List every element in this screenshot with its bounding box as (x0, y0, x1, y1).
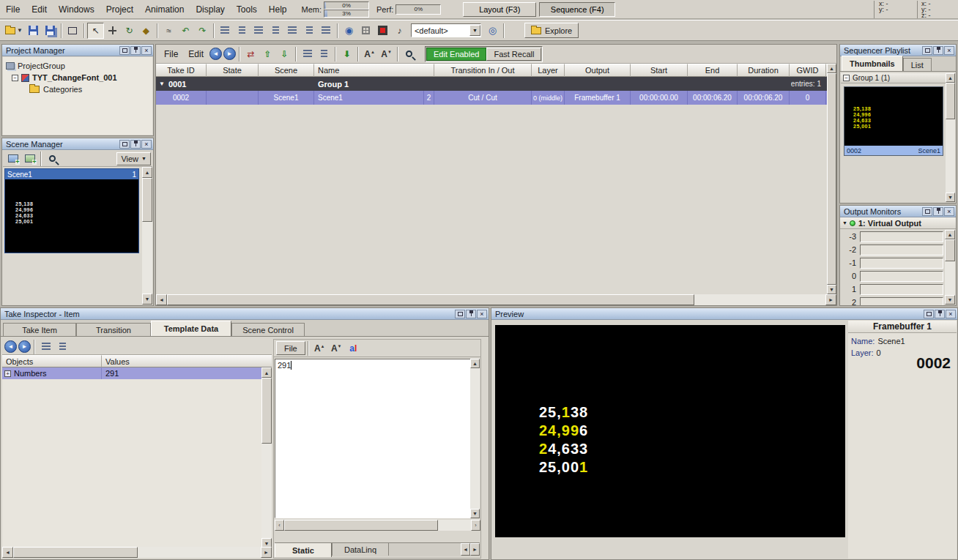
group-collapse-icon[interactable]: ▼ (159, 81, 165, 87)
scroll-left-button[interactable]: ◄ (2, 547, 13, 558)
default-combo[interactable]: <default> ▼ (411, 23, 481, 37)
save-all-button[interactable] (42, 23, 59, 39)
column-header-layer[interactable]: Layer (532, 64, 565, 77)
swap-takes-button[interactable]: ⇄ (242, 46, 259, 62)
search-take-button[interactable] (401, 46, 417, 62)
add-scene-button[interactable] (4, 152, 21, 166)
layout-window-button[interactable] (64, 23, 81, 39)
pin-button[interactable] (130, 140, 141, 149)
pin-button[interactable] (933, 207, 943, 216)
close-button[interactable]: × (944, 46, 954, 55)
scroll-down-button[interactable]: ▼ (945, 295, 955, 305)
float-button[interactable] (455, 310, 465, 318)
next-take-button[interactable]: ► (223, 48, 236, 60)
column-header-scene[interactable]: Scene (259, 64, 314, 77)
float-button[interactable] (922, 207, 932, 216)
tab-scene-control[interactable]: Scene Control (231, 323, 305, 336)
library-button[interactable]: ◎ (484, 23, 501, 39)
column-header-output[interactable]: Output (565, 64, 631, 77)
playlist-scrollbar[interactable]: ▲ ▼ (946, 73, 955, 202)
monitor-slot[interactable] (860, 297, 943, 307)
virtual-output-header[interactable]: ▼ 1: Virtual Output (840, 217, 956, 229)
scene-list-scrollbar[interactable]: ▲ ▼ (142, 167, 152, 305)
combo-dropdown-button[interactable]: ▼ (469, 25, 480, 36)
column-header-transition[interactable]: Transition In / Out (434, 64, 532, 77)
undo-button[interactable]: ↶ (177, 23, 194, 39)
pin-button[interactable] (130, 46, 141, 55)
menu-project[interactable]: Project (100, 4, 139, 15)
tab-template-data[interactable]: Template Data (151, 321, 231, 336)
scroll-up-button[interactable]: ▲ (946, 73, 955, 83)
tree-item-project[interactable]: − TYT_ChangeFont_001 (12, 72, 151, 83)
sequencer-vertical-scrollbar[interactable]: ▲ ▼ (827, 64, 836, 294)
take-to-output-button[interactable]: ⬇ (338, 46, 355, 62)
close-button[interactable]: × (946, 310, 956, 318)
tab-thumbnails[interactable]: Thumbnails (842, 56, 903, 71)
tabs-scroll-right-button[interactable]: ► (470, 543, 480, 556)
scroll-left-button[interactable]: ‹ (275, 520, 284, 531)
close-button[interactable]: × (477, 310, 487, 318)
object-row-numbers[interactable]: + Numbers 291 (2, 367, 272, 379)
expand-box-icon[interactable]: + (4, 370, 11, 377)
redo-button[interactable]: ↷ (194, 23, 211, 39)
column-header-end[interactable]: End (688, 64, 738, 77)
align-tool-button-6[interactable] (301, 23, 318, 39)
menu-display[interactable]: Display (190, 4, 230, 15)
sequencer-menu-edit[interactable]: Edit (183, 49, 209, 59)
scene-director-button[interactable]: ◉ (341, 23, 357, 39)
objects-column-header[interactable]: Objects (2, 355, 102, 367)
editor-vertical-scrollbar[interactable]: ▲ ▼ (470, 359, 480, 518)
preview-screen[interactable]: 25,138 24,996 24,633 25,001 (495, 325, 845, 537)
playlist-thumb-tile[interactable]: 25,138 24,996 24,633 25,001 0002 Scene1 (844, 86, 943, 156)
objects-vertical-scrollbar[interactable]: ▲ ▼ (261, 367, 272, 548)
tab-list[interactable]: List (903, 58, 932, 71)
monitor-slot[interactable] (860, 284, 943, 295)
align-tool-button-2[interactable] (234, 23, 250, 39)
scroll-up-button[interactable]: ▲ (142, 167, 152, 178)
scroll-right-button[interactable]: ► (825, 294, 836, 305)
pin-button[interactable] (935, 310, 945, 318)
scroll-right-button[interactable]: › (471, 520, 480, 531)
scroll-up-button[interactable]: ▲ (827, 64, 836, 73)
collapse-icon[interactable]: ▼ (842, 220, 847, 225)
menu-animation[interactable]: Animation (139, 4, 190, 15)
template-text-editor[interactable]: 291 (275, 359, 471, 518)
tree-item-projectgroup[interactable]: ProjectGroup (4, 60, 151, 72)
sequencer-group-row[interactable]: ▼0001 Group 1 entries: 1 (156, 77, 827, 91)
float-button[interactable] (119, 46, 130, 55)
monitor-row[interactable]: -3 (841, 230, 945, 243)
sequence-mode-button[interactable]: Sequence (F4) (539, 2, 615, 17)
move-take-up-button[interactable]: ⇧ (259, 46, 276, 62)
previous-object-button[interactable]: ◄ (4, 340, 17, 353)
scroll-up-button[interactable]: ▲ (470, 359, 480, 368)
scene-list-item[interactable]: Scene1 1 25,138 24,996 24,633 25,001 (4, 168, 139, 253)
scroll-right-button[interactable]: ► (261, 547, 272, 558)
close-button[interactable]: × (141, 46, 152, 55)
pin-button[interactable] (466, 310, 476, 318)
move-take-down-button[interactable]: ⇩ (276, 46, 293, 62)
grid-snap-button[interactable] (357, 23, 374, 39)
pin-button[interactable] (933, 46, 943, 55)
scroll-left-button[interactable]: ◄ (156, 294, 167, 305)
values-column-header[interactable]: Values (102, 355, 272, 367)
menu-windows[interactable]: Windows (53, 4, 100, 15)
column-header-start[interactable]: Start (631, 64, 688, 77)
scroll-down-button[interactable]: ▼ (946, 193, 955, 202)
edit-enabled-toggle[interactable]: Edit Enabled (426, 48, 486, 61)
tab-take-item[interactable]: Take Item (3, 323, 76, 336)
sequencer-empty-area[interactable] (156, 105, 827, 294)
decrease-font-button[interactable]: A▼ (378, 46, 395, 62)
menu-file[interactable]: File (0, 4, 26, 15)
increase-font-button[interactable]: A▲ (361, 46, 378, 62)
scroll-down-button[interactable]: ▼ (827, 285, 836, 294)
tab-datalinq[interactable]: DataLinq (332, 543, 389, 556)
column-header-duration[interactable]: Duration (738, 64, 790, 77)
scroll-up-button[interactable]: ▲ (945, 230, 955, 239)
menu-tools[interactable]: Tools (231, 4, 263, 15)
explore-button[interactable]: Explore (524, 23, 579, 38)
float-button[interactable] (119, 140, 130, 149)
align-tool-button-4[interactable] (267, 23, 284, 39)
tab-transition[interactable]: Transition (76, 323, 151, 336)
align-tool-button-3[interactable] (250, 23, 267, 39)
collapse-objects-button[interactable] (54, 340, 71, 354)
